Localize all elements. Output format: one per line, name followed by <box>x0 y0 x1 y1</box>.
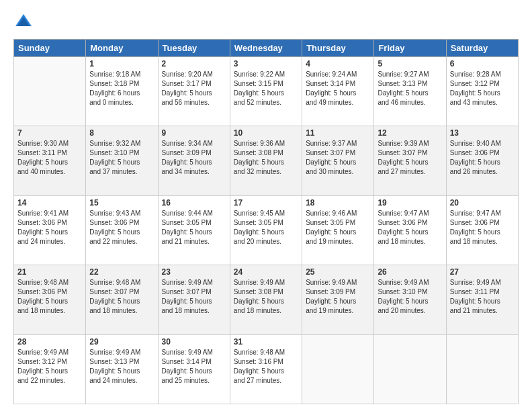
day-info: Sunrise: 9:48 AMSunset: 3:16 PMDaylight:… <box>234 348 298 385</box>
day-cell: 10Sunrise: 9:36 AMSunset: 3:08 PMDayligh… <box>230 126 302 195</box>
page: SundayMondayTuesdayWednesdayThursdayFrid… <box>0 0 532 411</box>
day-info: Sunrise: 9:43 AMSunset: 3:06 PMDaylight:… <box>89 209 154 246</box>
day-number: 27 <box>450 267 515 277</box>
weekday-monday: Monday <box>86 40 158 57</box>
day-number: 4 <box>306 59 370 68</box>
day-info: Sunrise: 9:49 AMSunset: 3:14 PMDaylight:… <box>162 348 226 385</box>
day-number: 28 <box>17 337 82 347</box>
day-cell: 14Sunrise: 9:41 AMSunset: 3:06 PMDayligh… <box>14 195 86 265</box>
day-number: 5 <box>378 59 442 68</box>
day-number: 6 <box>450 59 515 68</box>
day-number: 8 <box>89 128 154 138</box>
day-info: Sunrise: 9:37 AMSunset: 3:07 PMDaylight:… <box>306 139 370 177</box>
day-info: Sunrise: 9:18 AMSunset: 3:18 PMDaylight:… <box>89 70 154 107</box>
weekday-saturday: Saturday <box>446 40 518 57</box>
day-number: 25 <box>306 267 370 277</box>
day-info: Sunrise: 9:28 AMSunset: 3:12 PMDaylight:… <box>450 70 515 107</box>
header <box>13 12 519 32</box>
day-info: Sunrise: 9:27 AMSunset: 3:13 PMDaylight:… <box>378 70 442 107</box>
weekday-wednesday: Wednesday <box>230 40 302 57</box>
weekday-header-row: SundayMondayTuesdayWednesdayThursdayFrid… <box>14 40 519 57</box>
day-cell: 20Sunrise: 9:47 AMSunset: 3:06 PMDayligh… <box>446 195 518 265</box>
day-cell: 31Sunrise: 9:48 AMSunset: 3:16 PMDayligh… <box>230 334 302 404</box>
day-cell: 16Sunrise: 9:44 AMSunset: 3:05 PMDayligh… <box>158 195 230 265</box>
day-cell: 15Sunrise: 9:43 AMSunset: 3:06 PMDayligh… <box>86 195 158 265</box>
day-cell: 11Sunrise: 9:37 AMSunset: 3:07 PMDayligh… <box>302 126 374 195</box>
weekday-thursday: Thursday <box>302 40 374 57</box>
day-cell: 9Sunrise: 9:34 AMSunset: 3:09 PMDaylight… <box>158 126 230 195</box>
day-number: 19 <box>378 198 442 208</box>
day-info: Sunrise: 9:44 AMSunset: 3:05 PMDaylight:… <box>162 209 226 246</box>
day-info: Sunrise: 9:46 AMSunset: 3:05 PMDaylight:… <box>306 209 370 246</box>
logo-icon <box>13 12 34 32</box>
day-info: Sunrise: 9:41 AMSunset: 3:06 PMDaylight:… <box>17 209 82 246</box>
day-cell: 1Sunrise: 9:18 AMSunset: 3:18 PMDaylight… <box>86 57 158 126</box>
day-cell: 22Sunrise: 9:48 AMSunset: 3:07 PMDayligh… <box>86 265 158 334</box>
day-info: Sunrise: 9:48 AMSunset: 3:06 PMDaylight:… <box>17 278 82 316</box>
day-cell <box>446 334 518 404</box>
day-number: 23 <box>162 267 226 277</box>
day-cell: 18Sunrise: 9:46 AMSunset: 3:05 PMDayligh… <box>302 195 374 265</box>
day-cell: 19Sunrise: 9:47 AMSunset: 3:06 PMDayligh… <box>374 195 446 265</box>
day-cell: 23Sunrise: 9:49 AMSunset: 3:07 PMDayligh… <box>158 265 230 334</box>
day-number: 1 <box>89 59 154 68</box>
day-cell: 7Sunrise: 9:30 AMSunset: 3:11 PMDaylight… <box>14 126 86 195</box>
day-number: 20 <box>450 198 515 208</box>
day-info: Sunrise: 9:20 AMSunset: 3:17 PMDaylight:… <box>162 70 226 107</box>
week-row-1: 1Sunrise: 9:18 AMSunset: 3:18 PMDaylight… <box>14 57 519 126</box>
day-cell: 25Sunrise: 9:49 AMSunset: 3:09 PMDayligh… <box>302 265 374 334</box>
day-info: Sunrise: 9:24 AMSunset: 3:14 PMDaylight:… <box>306 70 370 107</box>
logo <box>13 12 36 32</box>
day-info: Sunrise: 9:49 AMSunset: 3:07 PMDaylight:… <box>162 278 226 316</box>
day-info: Sunrise: 9:47 AMSunset: 3:06 PMDaylight:… <box>378 209 442 246</box>
day-cell: 24Sunrise: 9:49 AMSunset: 3:08 PMDayligh… <box>230 265 302 334</box>
day-cell: 29Sunrise: 9:49 AMSunset: 3:13 PMDayligh… <box>86 334 158 404</box>
day-cell: 27Sunrise: 9:49 AMSunset: 3:11 PMDayligh… <box>446 265 518 334</box>
day-number: 3 <box>234 59 298 68</box>
day-number: 24 <box>234 267 298 277</box>
day-info: Sunrise: 9:40 AMSunset: 3:06 PMDaylight:… <box>450 139 515 177</box>
day-cell: 13Sunrise: 9:40 AMSunset: 3:06 PMDayligh… <box>446 126 518 195</box>
weekday-sunday: Sunday <box>14 40 86 57</box>
day-number: 13 <box>450 128 515 138</box>
day-number: 17 <box>234 198 298 208</box>
day-cell: 26Sunrise: 9:49 AMSunset: 3:10 PMDayligh… <box>374 265 446 334</box>
day-info: Sunrise: 9:49 AMSunset: 3:13 PMDaylight:… <box>89 348 154 385</box>
day-number: 15 <box>89 198 154 208</box>
day-number: 11 <box>306 128 370 138</box>
day-info: Sunrise: 9:49 AMSunset: 3:08 PMDaylight:… <box>234 278 298 316</box>
day-cell: 30Sunrise: 9:49 AMSunset: 3:14 PMDayligh… <box>158 334 230 404</box>
calendar: SundayMondayTuesdayWednesdayThursdayFrid… <box>13 39 519 404</box>
day-number: 7 <box>17 128 82 138</box>
week-row-5: 28Sunrise: 9:49 AMSunset: 3:12 PMDayligh… <box>14 334 519 404</box>
day-number: 14 <box>17 198 82 208</box>
weekday-friday: Friday <box>374 40 446 57</box>
day-cell: 4Sunrise: 9:24 AMSunset: 3:14 PMDaylight… <box>302 57 374 126</box>
day-info: Sunrise: 9:22 AMSunset: 3:15 PMDaylight:… <box>234 70 298 107</box>
day-number: 9 <box>162 128 226 138</box>
day-info: Sunrise: 9:45 AMSunset: 3:05 PMDaylight:… <box>234 209 298 246</box>
day-number: 10 <box>234 128 298 138</box>
day-info: Sunrise: 9:49 AMSunset: 3:12 PMDaylight:… <box>17 348 82 385</box>
day-number: 22 <box>89 267 154 277</box>
day-number: 30 <box>162 337 226 347</box>
day-number: 16 <box>162 198 226 208</box>
day-cell: 17Sunrise: 9:45 AMSunset: 3:05 PMDayligh… <box>230 195 302 265</box>
day-cell: 3Sunrise: 9:22 AMSunset: 3:15 PMDaylight… <box>230 57 302 126</box>
day-number: 18 <box>306 198 370 208</box>
day-number: 31 <box>234 337 298 347</box>
day-cell <box>374 334 446 404</box>
day-info: Sunrise: 9:48 AMSunset: 3:07 PMDaylight:… <box>89 278 154 316</box>
day-info: Sunrise: 9:49 AMSunset: 3:11 PMDaylight:… <box>450 278 515 316</box>
day-cell: 2Sunrise: 9:20 AMSunset: 3:17 PMDaylight… <box>158 57 230 126</box>
day-number: 26 <box>378 267 442 277</box>
day-number: 2 <box>162 59 226 68</box>
day-info: Sunrise: 9:34 AMSunset: 3:09 PMDaylight:… <box>162 139 226 177</box>
day-cell: 12Sunrise: 9:39 AMSunset: 3:07 PMDayligh… <box>374 126 446 195</box>
day-cell: 21Sunrise: 9:48 AMSunset: 3:06 PMDayligh… <box>14 265 86 334</box>
weekday-tuesday: Tuesday <box>158 40 230 57</box>
day-cell <box>302 334 374 404</box>
day-cell: 28Sunrise: 9:49 AMSunset: 3:12 PMDayligh… <box>14 334 86 404</box>
day-cell: 5Sunrise: 9:27 AMSunset: 3:13 PMDaylight… <box>374 57 446 126</box>
day-cell: 8Sunrise: 9:32 AMSunset: 3:10 PMDaylight… <box>86 126 158 195</box>
